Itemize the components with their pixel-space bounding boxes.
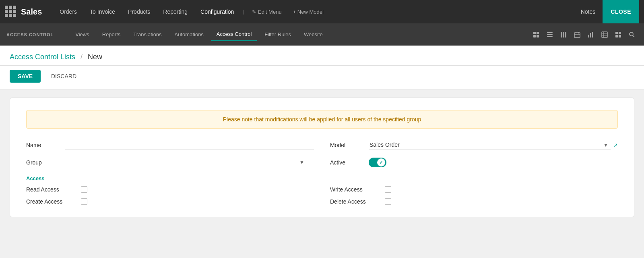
breadcrumb: Access Control Lists / New: [0, 46, 644, 66]
secondary-nav-label: Access Control: [6, 32, 54, 37]
delete-access-checkbox[interactable]: [385, 198, 391, 205]
pivot-view-icon[interactable]: [599, 29, 610, 40]
top-nav-right: Notes CLOSE: [574, 0, 639, 23]
svg-rect-3: [537, 35, 539, 37]
svg-rect-10: [574, 33, 580, 37]
activity-view-icon[interactable]: [613, 29, 624, 40]
save-button[interactable]: SAVE: [10, 70, 41, 83]
main-content: Please note that modifications will be a…: [0, 89, 644, 258]
svg-line-26: [633, 35, 634, 37]
svg-rect-23: [615, 35, 618, 37]
model-select-wrap: Sales Order ▼ ↗: [369, 140, 618, 150]
breadcrumb-current: New: [88, 53, 102, 61]
nav-orders[interactable]: Orders: [54, 5, 83, 18]
form-view-icon[interactable]: [530, 29, 542, 40]
svg-rect-16: [592, 32, 593, 37]
svg-rect-7: [561, 32, 562, 37]
view-switcher: [530, 29, 638, 40]
app-grid-icon[interactable]: [5, 6, 17, 18]
name-field-col: Name: [26, 140, 314, 150]
edit-menu-action[interactable]: ✎ Edit Menu: [247, 6, 286, 18]
svg-point-25: [630, 32, 633, 36]
name-input[interactable]: [65, 140, 314, 150]
model-field-col: Model Sales Order ▼ ↗: [330, 140, 618, 150]
sec-nav-reports[interactable]: Reports: [97, 28, 126, 41]
page-header: Access Control Lists / New SAVE DISCARD: [0, 46, 644, 89]
svg-rect-21: [615, 32, 618, 34]
svg-rect-8: [563, 32, 564, 37]
action-bar: SAVE DISCARD: [0, 66, 644, 89]
delete-access-label: Delete Access: [330, 198, 378, 205]
create-access-label: Create Access: [26, 198, 74, 205]
calendar-view-icon[interactable]: [572, 29, 583, 40]
read-access-item: Read Access: [26, 186, 314, 193]
write-access-item: Write Access: [330, 186, 618, 193]
secondary-navbar: Access Control Views Reports Translation…: [0, 23, 644, 46]
secondary-nav-items: Views Reports Translations Automations A…: [70, 28, 530, 41]
sec-nav-access-control[interactable]: Access Control: [211, 28, 257, 41]
write-access-label: Write Access: [330, 186, 378, 193]
model-select[interactable]: Sales Order: [369, 140, 611, 150]
read-access-checkbox[interactable]: [81, 186, 87, 193]
svg-rect-15: [590, 33, 591, 37]
breadcrumb-separator: /: [80, 53, 83, 61]
notes-button[interactable]: Notes: [574, 0, 603, 23]
kanban-view-icon[interactable]: [558, 29, 569, 40]
list-view-icon[interactable]: [544, 29, 555, 40]
svg-rect-5: [547, 34, 553, 35]
svg-rect-1: [537, 32, 539, 34]
access-section-title: Access: [26, 175, 618, 181]
svg-rect-9: [565, 32, 566, 37]
nav-to-invoice[interactable]: To Invoice: [84, 5, 121, 18]
new-model-action[interactable]: + New Model: [288, 6, 328, 18]
svg-rect-24: [619, 35, 621, 37]
close-button[interactable]: CLOSE: [603, 0, 639, 23]
search-icon[interactable]: [626, 29, 638, 40]
active-field-col: Active ✓: [330, 157, 618, 167]
create-access-item: Create Access: [26, 198, 314, 205]
svg-rect-22: [619, 32, 621, 34]
svg-rect-6: [547, 36, 553, 37]
group-field-col: Group ▼: [26, 157, 314, 167]
group-select-wrap: ▼: [65, 157, 314, 167]
group-label: Group: [26, 159, 58, 166]
brand-logo[interactable]: Sales: [21, 7, 42, 17]
name-model-row: Name Model Sales Order ▼ ↗: [26, 140, 618, 150]
top-nav-items: Orders To Invoice Products Reporting Con…: [54, 5, 573, 18]
nav-configuration[interactable]: Configuration: [195, 5, 239, 18]
sec-nav-website[interactable]: Website: [298, 28, 328, 41]
top-navbar: Sales Orders To Invoice Products Reporti…: [0, 0, 644, 23]
svg-rect-0: [533, 32, 536, 34]
read-access-label: Read Access: [26, 186, 74, 193]
svg-rect-4: [547, 32, 553, 33]
graph-view-icon[interactable]: [585, 29, 597, 40]
active-label: Active: [330, 159, 362, 166]
discard-button[interactable]: DISCARD: [45, 70, 82, 83]
svg-rect-17: [602, 32, 607, 37]
breadcrumb-parent-link[interactable]: Access Control Lists: [10, 53, 75, 61]
model-label: Model: [330, 142, 362, 148]
access-grid: Read Access Write Access Create Access D…: [26, 186, 618, 205]
sec-nav-automations[interactable]: Automations: [169, 28, 209, 41]
name-label: Name: [26, 142, 58, 148]
nav-divider: |: [243, 9, 244, 15]
toggle-knob: ✓: [377, 158, 385, 166]
model-external-link-icon[interactable]: ↗: [613, 142, 618, 148]
write-access-checkbox[interactable]: [385, 186, 391, 193]
group-active-row: Group ▼ Active ✓: [26, 157, 618, 167]
delete-access-item: Delete Access: [330, 198, 618, 205]
nav-products[interactable]: Products: [122, 5, 156, 18]
active-toggle-wrap: ✓: [369, 158, 386, 167]
group-select[interactable]: [65, 157, 314, 167]
create-access-checkbox[interactable]: [81, 198, 87, 205]
nav-reporting[interactable]: Reporting: [157, 5, 193, 18]
svg-rect-14: [588, 35, 589, 37]
svg-rect-2: [533, 35, 536, 37]
active-toggle[interactable]: ✓: [369, 158, 386, 167]
notice-banner: Please note that modifications will be a…: [26, 110, 618, 129]
sec-nav-translations[interactable]: Translations: [128, 28, 167, 41]
form-card: Please note that modifications will be a…: [10, 98, 634, 217]
sec-nav-views[interactable]: Views: [70, 28, 95, 41]
sec-nav-filter-rules[interactable]: Filter Rules: [259, 28, 297, 41]
